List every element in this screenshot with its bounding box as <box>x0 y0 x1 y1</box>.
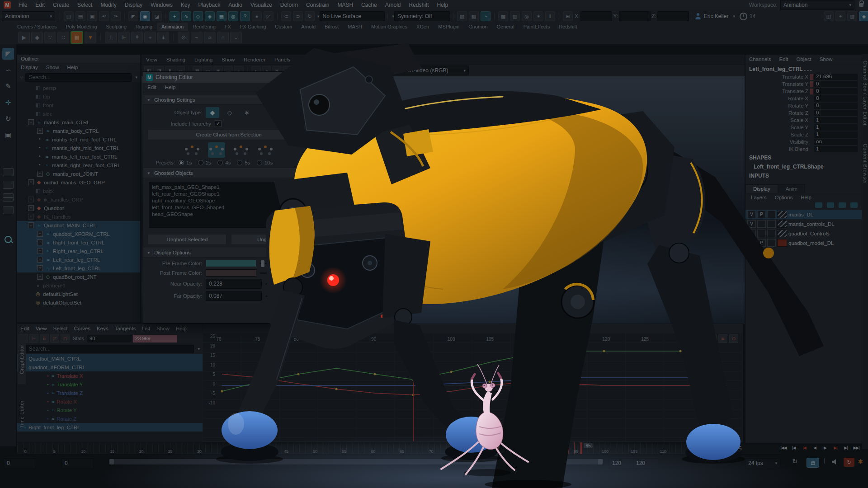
range-end-handle[interactable] <box>598 459 603 465</box>
curve-filter-icon[interactable]: ≋ <box>718 334 727 343</box>
layer-playback-toggle[interactable] <box>757 230 766 237</box>
preset-radio-option[interactable]: 1s <box>179 160 192 165</box>
menu-item[interactable]: Cache <box>357 2 381 8</box>
timer-clock-icon[interactable] <box>740 13 747 20</box>
viewport-xray-icon[interactable]: ◪ <box>331 66 340 75</box>
outliner-menu-item[interactable]: Show <box>42 65 63 70</box>
snap-grid-icon[interactable]: + <box>170 11 179 21</box>
render-view-icon[interactable]: ◎ <box>522 11 532 21</box>
expand-toggle-icon[interactable]: + <box>28 205 34 211</box>
outliner-item[interactable]: + ◆ orchid_mantis_GEO_GRP <box>17 178 140 187</box>
channel-attribute-row[interactable]: Visibility on <box>745 138 862 145</box>
shelf-tab[interactable]: FX <box>220 23 236 31</box>
graph-editor-search-input[interactable] <box>25 345 194 353</box>
graph-editor-tree-item[interactable]: ≈ Translate X <box>17 371 203 380</box>
attribute-value-field[interactable]: 1 <box>814 124 858 131</box>
outliner-item[interactable]: ◧ front <box>17 101 140 109</box>
graph-editor-tree-item[interactable]: ≈ Translate Y <box>17 380 203 389</box>
channel-attribute-row[interactable]: Scale X 1 <box>745 117 862 124</box>
lattice-deform-keys-icon[interactable]: ⠿ <box>40 334 49 343</box>
shelf-dope-sheet-icon[interactable]: ∷ <box>57 32 69 43</box>
frame-playback-range-icon[interactable]: ⊓ <box>61 334 70 343</box>
transport-button[interactable]: |◀ <box>799 443 809 452</box>
shelf-parent-icon[interactable]: ⌁ <box>191 32 203 43</box>
outliner-item[interactable]: ◎ defaultObjectSet <box>17 298 140 307</box>
paint-select-tool-icon[interactable]: ✎ <box>2 80 14 92</box>
ghosted-object-item[interactable]: left_rear_femur_GEOShape1 <box>152 191 306 197</box>
far-opacity-field[interactable]: 0.087 <box>206 291 262 301</box>
attribute-value-field[interactable]: 1 <box>814 131 858 138</box>
layer-menu-item[interactable]: Help <box>797 195 815 200</box>
outliner-item[interactable]: • ≈ mantis_right_mid_foot_CTRL <box>17 144 140 152</box>
channel-attribute-row[interactable]: Translate Y 0 <box>745 80 862 88</box>
render-settings-icon[interactable]: ◔ <box>481 11 491 21</box>
display-layer-row[interactable]: V P mantis_DL <box>745 210 862 219</box>
expand-toggle-icon[interactable] <box>28 85 33 90</box>
near-opacity-slider[interactable] <box>265 283 310 285</box>
attribute-value-field[interactable]: on <box>814 139 858 145</box>
stats-time-field[interactable]: 90 <box>87 335 132 343</box>
snap-projected-center-icon[interactable]: ◈ <box>205 11 215 21</box>
graph-editor-tree-item[interactable]: ≈ Quadbot_MAIN_CTRL <box>17 354 203 363</box>
shelf-key-add-icon[interactable]: ＋ <box>144 32 156 43</box>
menu-item[interactable]: Constrain <box>302 2 333 8</box>
expand-toggle-icon[interactable]: + <box>37 239 43 245</box>
menu-item[interactable]: Select <box>73 2 96 8</box>
object-type-joint-icon[interactable]: ◇ <box>223 107 236 118</box>
move-tool-icon[interactable]: ✛ <box>2 97 14 108</box>
viewport-menu-item[interactable]: Renderer <box>239 57 270 62</box>
layout-four-pane-button[interactable] <box>3 206 14 214</box>
attribute-value-field[interactable]: 1 <box>814 146 858 152</box>
layer-color-swatch[interactable] <box>777 230 787 237</box>
shelf-tab[interactable]: MASH <box>343 23 367 31</box>
maya-app-icon[interactable]: M <box>4 1 11 9</box>
viewport-isolate-icon[interactable]: ◩ <box>321 66 330 75</box>
ghosting-settings-header[interactable]: ▼ Ghosting Settings <box>143 95 314 105</box>
axis-z-field[interactable] <box>657 11 689 21</box>
menu-item[interactable]: Audio <box>224 2 246 8</box>
graph-editor-tree-item[interactable]: ≈ Rotate X <box>17 397 203 406</box>
pre-frame-color-swatch[interactable] <box>206 260 256 267</box>
file-new-icon[interactable]: ▢ <box>64 11 74 21</box>
expand-toggle-icon[interactable] <box>28 300 33 305</box>
menu-item[interactable]: Key <box>177 2 194 8</box>
menu-item[interactable]: MASH <box>333 2 357 8</box>
expand-toggle-icon[interactable]: + <box>37 257 43 263</box>
dialog-menu-item[interactable]: Help <box>161 84 180 90</box>
shelf-tab[interactable]: Bifrost <box>320 23 343 31</box>
move-layer-up-icon[interactable] <box>815 202 822 208</box>
attribute-value-field[interactable]: 0 <box>814 81 858 87</box>
outliner-item[interactable]: + ◇ quadBot_root_JNT <box>17 272 140 281</box>
menu-item[interactable]: Arnold <box>381 2 405 8</box>
radio-icon[interactable] <box>237 160 242 165</box>
input-connections-icon[interactable]: ⊂ <box>281 11 291 21</box>
menu-item[interactable]: File <box>14 2 31 8</box>
graph-editor-side-tab[interactable]: GraphEditor <box>18 334 26 384</box>
layer-playback-toggle[interactable]: P <box>757 211 766 218</box>
playback-start-field[interactable]: 0 <box>61 458 94 468</box>
outliner-item[interactable]: + ≈ Left_rear_leg_CTRL <box>17 255 140 264</box>
shelf-tab[interactable]: Animation <box>157 23 188 31</box>
axis-y-field[interactable] <box>619 11 651 21</box>
outliner-item[interactable]: • ≈ mantis_left_mid_foot_CTRL <box>17 135 140 144</box>
lasso-tool-icon[interactable]: ∽ <box>2 64 14 76</box>
shelf-motion-trail-icon[interactable]: ∵ <box>44 32 56 43</box>
loop-playback-icon[interactable]: ↻ <box>792 457 798 465</box>
tab-content-browser[interactable]: Content Browser <box>863 144 868 184</box>
sidebar-attreditor-icon[interactable]: ◫ <box>824 11 834 21</box>
select-object-icon[interactable]: ◉ <box>140 11 150 21</box>
highlight-selection-icon[interactable]: ◸ <box>264 11 274 21</box>
layer-display-type-toggle[interactable] <box>767 239 776 247</box>
filter-icon[interactable]: ▽ <box>20 75 24 80</box>
shelf-tab[interactable]: Custom <box>270 23 297 31</box>
render-current-icon[interactable]: ▨ <box>469 11 479 21</box>
playback-end-field[interactable]: 120 <box>609 458 635 468</box>
display-layer-row[interactable]: V P quadbot_model_DL <box>745 238 862 248</box>
shelf-point-icon[interactable]: ⌀ <box>204 32 216 43</box>
layer-menu-item[interactable]: Options <box>771 195 797 200</box>
chevron-down-icon[interactable]: ▾ <box>135 75 137 80</box>
display-layer-row[interactable]: quadbot_Controls <box>745 229 862 238</box>
shelf-orient-icon[interactable]: ⌂ <box>217 32 229 43</box>
preset-radio-option[interactable]: 2s <box>198 160 211 165</box>
lock-icon[interactable] <box>859 3 863 7</box>
